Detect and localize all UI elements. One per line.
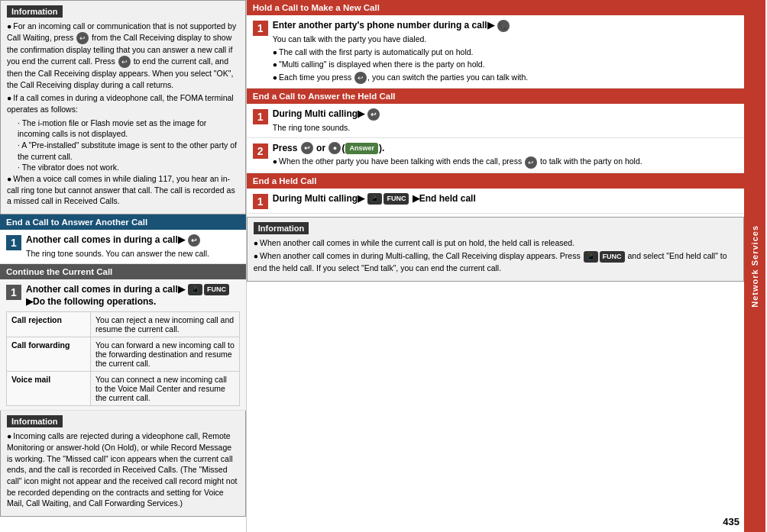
hold-bullet-3: Each time you press ↩, you can switch th…	[273, 72, 529, 84]
step1-body: The ring tone sounds. You can answer the…	[26, 248, 209, 260]
info-box-2-title: Information	[7, 415, 63, 427]
table-label-voicemail: Voice mail	[7, 372, 91, 406]
answer-held-step1-body: The ring tone sounds.	[273, 122, 381, 134]
func-icon-1: 📱	[188, 284, 202, 295]
end-held-step-num: 1	[253, 194, 268, 209]
section2-header: Continue the Current Call	[0, 264, 246, 279]
info-sub-1: · The i-motion file or Flash movie set a…	[18, 118, 239, 140]
right-wrapper: Hold a Call to Make a New Call 1 Enter a…	[247, 0, 767, 532]
hold-step-num: 1	[253, 21, 268, 36]
answer-label: Answer	[345, 143, 378, 154]
resume-icon: ↩	[525, 156, 537, 169]
answer-held-step1-content: During Multi calling▶ ↩ The ring tone so…	[273, 108, 381, 134]
table-label-forwarding: Call forwarding	[7, 337, 91, 372]
section-answer-held-header: End a Call to Answer the Held Call	[247, 89, 744, 104]
call-icon: ↩	[188, 234, 200, 247]
table-label-rejection: Call rejection	[7, 312, 91, 337]
network-services-label: Network Services	[750, 225, 759, 308]
table-desc-forwarding: You can forward a new incoming call to t…	[91, 337, 240, 372]
answer-held-step2-content: Press ↩ or ●(Answer). When the other par…	[273, 142, 642, 169]
func-label-3: FUNC	[600, 251, 625, 263]
left-column: Information For an incoming call or comm…	[0, 0, 247, 532]
info-right-item-2: When another call comes in during Multi-…	[254, 250, 737, 273]
func-label-1: FUNC	[204, 284, 229, 295]
step-number-1: 1	[6, 235, 21, 250]
func-icon-3: 📱	[584, 251, 598, 263]
section-hold-header: Hold a Call to Make a New Call	[247, 0, 744, 15]
info-sub-3: · The vibrator does not work.	[18, 162, 239, 173]
info-box-1: Information For an incoming call or comm…	[0, 0, 246, 214]
step-number-2: 1	[6, 285, 21, 300]
answer-held-step-num-2: 2	[253, 143, 268, 159]
info-box-2: Information Incoming calls are rejected …	[0, 411, 246, 517]
info-box-1-title: Information	[7, 5, 63, 18]
info-item-3: When a voice call comes in while dialing…	[7, 173, 239, 207]
end-icon: ↩	[118, 56, 131, 68]
end-call-icon: ↩	[367, 108, 380, 121]
step1-title: Another call comes in during a call▶ ↩	[26, 234, 209, 247]
hold-bullet-1: The call with the first party is automat…	[273, 47, 529, 58]
info-sub-2: · A "Pre-installed" substitute image is …	[18, 140, 239, 162]
info-item-2: If a call comes in during a videophone c…	[7, 92, 239, 114]
step2-title: Another call comes in during a call▶ 📱FU…	[26, 283, 230, 296]
answer-held-step1-title: During Multi calling▶ ↩	[273, 108, 381, 121]
recv-icon: ↩	[76, 32, 89, 44]
answer-held-bullet-1: When the other party you have been talki…	[273, 156, 642, 168]
answer-held-step1: 1 During Multi calling▶ ↩ The ring tone …	[247, 104, 744, 138]
dial-icon: 📞	[497, 20, 510, 32]
info-box-right: Information When another call comes in w…	[247, 217, 744, 282]
step2-content: Another call comes in during a call▶ 📱FU…	[26, 283, 230, 309]
right-main: Hold a Call to Make a New Call 1 Enter a…	[247, 0, 744, 532]
info2-item-1: Incoming calls are rejected during a vid…	[7, 430, 239, 509]
call-btn-icon: ↩	[301, 142, 313, 154]
info-box-right-title: Information	[254, 222, 309, 234]
step1-content: Another call comes in during a call▶ ↩ T…	[26, 234, 209, 260]
end-held-step1-content: During Multi calling▶ 📱FUNC ▶End held ca…	[273, 192, 476, 205]
func-label-2: FUNC	[384, 193, 409, 205]
section-end-held-header: End a Held Call	[247, 173, 744, 189]
info-right-item-1: When another call comes in while the cur…	[254, 237, 737, 249]
end-held-step1: 1 During Multi calling▶ 📱FUNC ▶End held …	[247, 189, 744, 214]
section2-step1: 1 Another call comes in during a call▶ 📱…	[0, 279, 246, 411]
section1-header: End a Call to Answer Another Call	[0, 214, 246, 230]
answer-held-step2-title: Press ↩ or ●(Answer).	[273, 142, 642, 155]
table-row-voicemail: Voice mail You can connect a new incomin…	[7, 372, 240, 406]
hold-step1-content: Enter another party's phone number durin…	[273, 19, 529, 84]
info-item-1: For an incoming call or communication th…	[7, 21, 239, 90]
table-desc-voicemail: You can connect a new incoming call to t…	[91, 372, 240, 406]
network-services-tab: Network Services	[744, 0, 765, 532]
answer-held-step2: 2 Press ↩ or ●(Answer). When the other p…	[247, 138, 744, 173]
table-row-rejection: Call rejection You can reject a new inco…	[7, 312, 240, 337]
table-row-forwarding: Call forwarding You can forward a new in…	[7, 337, 240, 372]
section1-step1: 1 Another call comes in during a call▶ ↩…	[0, 230, 246, 264]
switch-icon: ↩	[354, 72, 367, 84]
hold-step1: 1 Enter another party's phone number dur…	[247, 15, 744, 89]
hold-step1-body: You can talk with the party you have dia…	[273, 34, 529, 45]
table-desc-rejection: You can reject a new incoming call and r…	[91, 312, 240, 337]
step2-title2: ▶Do the following operations.	[26, 295, 230, 308]
answer-held-step-num-1: 1	[253, 109, 268, 124]
page-number: 435	[723, 516, 739, 527]
end-held-step1-title: During Multi calling▶ 📱FUNC ▶End held ca…	[273, 192, 476, 205]
func-icon-2: 📱	[367, 193, 382, 205]
hold-bullet-2: "Multi calling" is displayed when there …	[273, 59, 529, 70]
center-btn-icon: ●	[328, 142, 341, 154]
options-table: Call rejection You can reject a new inco…	[6, 311, 240, 406]
hold-step1-title: Enter another party's phone number durin…	[273, 19, 529, 32]
